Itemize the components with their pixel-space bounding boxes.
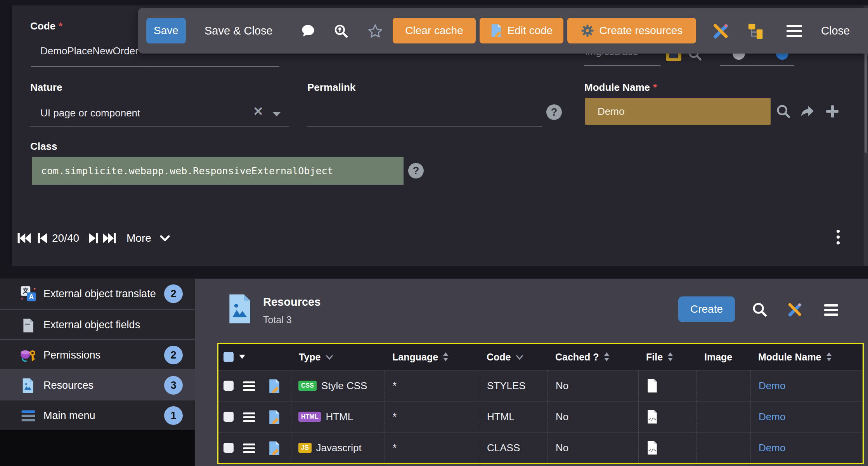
comment-icon[interactable] bbox=[301, 24, 315, 38]
nature-select[interactable]: UI page or component bbox=[40, 107, 140, 119]
sort-updown-icon bbox=[604, 352, 610, 362]
select-all-checkbox[interactable] bbox=[223, 352, 234, 362]
sidebar-item-external-object-fields[interactable]: External object fields bbox=[0, 309, 195, 339]
prev-page-icon[interactable] bbox=[37, 232, 48, 244]
language-value: * bbox=[393, 380, 397, 392]
file-code-icon: </> bbox=[646, 440, 658, 455]
select-caret-down-icon[interactable] bbox=[239, 354, 246, 359]
image-cell bbox=[696, 433, 750, 463]
more-button[interactable]: More bbox=[126, 232, 151, 244]
sidebar-item-permissions[interactable]: Permissions 2 bbox=[0, 339, 195, 369]
nature-clear-icon[interactable]: ✕ bbox=[253, 104, 263, 119]
module-open-icon[interactable] bbox=[799, 104, 815, 119]
resources-table: Type Language Code Cached ? bbox=[217, 343, 864, 464]
column-header-cached[interactable]: Cached ? bbox=[547, 344, 638, 370]
more-chevron-down-icon[interactable] bbox=[160, 235, 170, 242]
table-row: JS Javascript * CLASS No </> Demo bbox=[218, 432, 863, 463]
design-tools-icon[interactable] bbox=[712, 23, 729, 40]
file-blank-icon bbox=[646, 378, 658, 393]
row-drag-handle-icon[interactable] bbox=[243, 412, 255, 422]
nature-label: Nature bbox=[30, 81, 62, 94]
module-name-label: Module Name* bbox=[584, 81, 657, 94]
close-button[interactable]: Close bbox=[821, 24, 850, 37]
last-page-icon[interactable] bbox=[102, 232, 116, 244]
column-header-file[interactable]: File bbox=[638, 344, 696, 370]
class-input[interactable]: com.simplicite.webapp.web.ResponsiveExte… bbox=[32, 157, 404, 185]
list-design-tools-icon[interactable] bbox=[787, 302, 802, 317]
code-value: HTML bbox=[487, 411, 515, 423]
code-label: Code* bbox=[30, 20, 62, 32]
row-edit-icon[interactable] bbox=[268, 440, 281, 456]
table-row: CSS Style CSS * STYLES No Demo bbox=[218, 370, 863, 401]
row-edit-icon[interactable] bbox=[268, 409, 281, 425]
first-page-icon[interactable] bbox=[17, 232, 32, 244]
toolbar: Save Save & Close Clear cache Edit code bbox=[138, 8, 868, 54]
sort-updown-icon bbox=[667, 352, 673, 362]
create-resources-button[interactable]: Create resources bbox=[567, 18, 696, 43]
code-underline bbox=[31, 66, 279, 67]
sidebar-item-external-object-translate[interactable]: A External object translate 2 bbox=[0, 279, 195, 309]
type-badge: HTML bbox=[298, 412, 321, 422]
type-badge: JS bbox=[298, 443, 312, 453]
count-badge: 2 bbox=[164, 284, 183, 303]
scrollbar-thumb[interactable] bbox=[865, 44, 867, 153]
language-value: * bbox=[393, 411, 397, 423]
column-header-image[interactable]: Image bbox=[696, 344, 750, 370]
class-help-icon[interactable]: ? bbox=[408, 163, 424, 178]
sort-chevron-icon bbox=[326, 355, 333, 360]
cached-value: No bbox=[556, 442, 568, 454]
list-search-icon[interactable] bbox=[752, 302, 768, 317]
row-checkbox[interactable] bbox=[223, 412, 234, 422]
hierarchy-tree-icon[interactable] bbox=[748, 23, 764, 39]
edit-code-button[interactable]: Edit code bbox=[480, 18, 563, 43]
gear-icon bbox=[581, 24, 594, 37]
sort-updown-icon bbox=[826, 352, 832, 362]
row-checkbox[interactable] bbox=[223, 381, 234, 391]
form-kebab-menu[interactable] bbox=[837, 230, 840, 244]
favorite-star-icon[interactable] bbox=[367, 24, 383, 38]
resources-doc-icon bbox=[22, 378, 34, 393]
create-button[interactable]: Create bbox=[678, 296, 735, 322]
save-and-close-button[interactable]: Save & Close bbox=[204, 24, 273, 37]
sort-updown-icon bbox=[443, 352, 449, 362]
class-value: com.simplicite.webapp.web.ResponsiveExte… bbox=[41, 165, 333, 177]
sidebar-item-main-menu[interactable]: Main menu 1 bbox=[0, 400, 195, 430]
row-edit-icon[interactable] bbox=[268, 378, 281, 394]
module-link[interactable]: Demo bbox=[759, 442, 785, 454]
translate-icon: A bbox=[20, 286, 36, 302]
column-header-type[interactable]: Type bbox=[291, 344, 385, 370]
code-field[interactable]: DemoPlaceNewOrder bbox=[40, 45, 139, 57]
permalink-underline bbox=[307, 126, 542, 127]
column-header-code[interactable]: Code bbox=[479, 344, 547, 370]
edit-code-doc-icon bbox=[490, 24, 502, 38]
permalink-help-icon[interactable]: ? bbox=[546, 104, 562, 120]
module-link[interactable]: Demo bbox=[759, 411, 785, 423]
zoom-search-icon[interactable] bbox=[334, 24, 348, 38]
module-link[interactable]: Demo bbox=[759, 380, 785, 392]
clear-cache-button[interactable]: Clear cache bbox=[393, 18, 476, 43]
count-badge: 1 bbox=[164, 406, 183, 425]
table-header-row: Type Language Code Cached ? bbox=[218, 344, 863, 370]
pagination-position: 20/40 bbox=[52, 232, 79, 244]
svg-text:</>: </> bbox=[648, 448, 656, 453]
nature-caret-down-icon[interactable] bbox=[272, 111, 282, 117]
module-name-input[interactable]: Demo bbox=[585, 98, 771, 125]
url-underline bbox=[584, 65, 660, 66]
icon-field-underline bbox=[720, 65, 794, 66]
screen: Code* DemoPlaceNewOrder img/css/ace Natu… bbox=[0, 0, 868, 466]
module-add-icon[interactable] bbox=[825, 104, 840, 119]
type-badge: CSS bbox=[298, 381, 317, 391]
list-menu-icon[interactable] bbox=[824, 304, 838, 316]
next-page-icon[interactable] bbox=[88, 232, 99, 244]
row-drag-handle-icon[interactable] bbox=[243, 381, 255, 391]
save-button[interactable]: Save bbox=[146, 18, 186, 43]
sidebar-item-resources[interactable]: Resources 3 bbox=[0, 369, 195, 400]
module-search-icon[interactable] bbox=[776, 104, 791, 119]
column-header-language[interactable]: Language bbox=[385, 344, 479, 370]
main-menu-icon bbox=[21, 410, 36, 421]
toolbar-menu-icon[interactable] bbox=[787, 25, 802, 37]
row-drag-handle-icon[interactable] bbox=[243, 443, 255, 453]
row-checkbox[interactable] bbox=[223, 443, 234, 453]
panel-total: Total 3 bbox=[263, 314, 292, 326]
column-header-module-name[interactable]: Module Name bbox=[750, 344, 863, 370]
